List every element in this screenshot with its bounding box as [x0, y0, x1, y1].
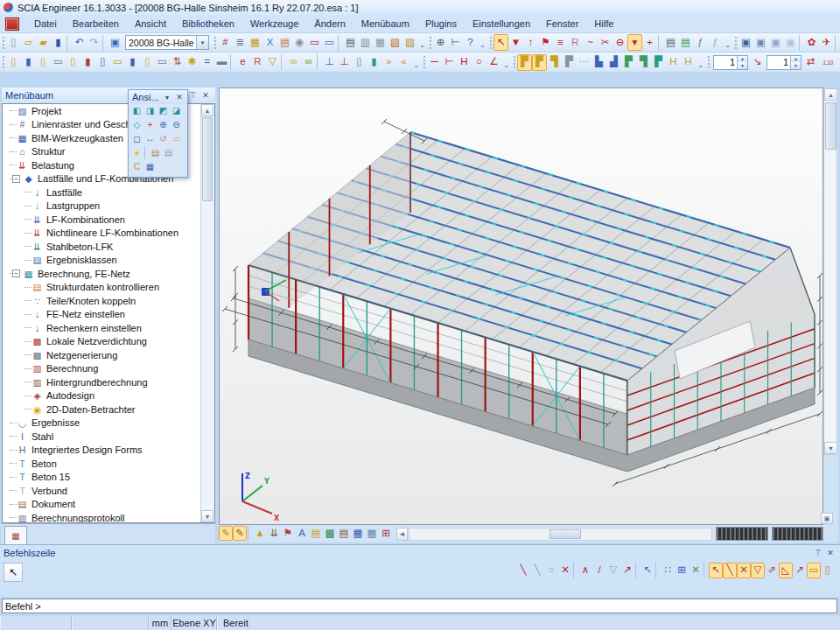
redo-button[interactable]: ↷ — [87, 34, 102, 51]
filter-section-6-button[interactable]: ▟ — [606, 54, 621, 71]
render-toggle-button[interactable]: ✎ — [233, 526, 247, 541]
tree-item[interactable]: ◉2D-Daten-Betrachter — [3, 402, 214, 416]
scroll-thumb[interactable] — [550, 529, 581, 539]
scroll-down-icon[interactable]: ▼ — [201, 510, 214, 522]
tree-item[interactable]: ↓FE-Netz einstellen — [3, 308, 214, 322]
measure-button[interactable]: ⊢ — [448, 34, 463, 51]
import-project-button[interactable]: ▰ — [36, 34, 51, 51]
cross-section-8-button[interactable]: ▯ — [140, 54, 155, 71]
print-button[interactable]: ▤ — [343, 34, 358, 51]
query-info-button[interactable]: ? — [463, 34, 478, 51]
toolbar-grip[interactable] — [488, 35, 493, 51]
filter-section-9-button[interactable]: ▛ — [651, 54, 666, 71]
snap-perpendicular-button[interactable]: ◺ — [779, 563, 793, 578]
tree-item[interactable]: ↓Lastgruppen — [3, 200, 214, 214]
clipboard-button[interactable]: ▤ — [277, 34, 292, 51]
zoom-window-button[interactable]: ◻ — [130, 132, 144, 146]
window-layout-2-button[interactable]: ▣ — [753, 34, 768, 51]
tree-item[interactable]: ▩Netzgenerierung — [3, 348, 214, 362]
select-single-button[interactable]: ↖ — [494, 34, 508, 51]
scroll-down-icon[interactable]: ▼ — [824, 442, 837, 454]
stepper-down-icon[interactable]: ▼ — [791, 62, 801, 69]
tree-scrollbar[interactable]: ▲ ▼ — [200, 104, 214, 522]
coordinate-info-button[interactable]: C — [130, 160, 144, 174]
tree-item[interactable]: ◈Autodesign — [3, 389, 214, 403]
snap-count-button[interactable]: ▯ — [821, 563, 835, 578]
dimension-red-button[interactable]: ⊥ — [337, 54, 352, 71]
member-equal-button[interactable]: = — [200, 54, 214, 71]
toolbar-grip[interactable] — [733, 35, 738, 51]
zoom-all-button[interactable]: ↔ — [144, 132, 157, 146]
cross-section-3-button[interactable]: ▯ — [36, 54, 51, 71]
select-previous-button[interactable]: ▾ — [627, 34, 642, 51]
scroll-thumb[interactable] — [825, 102, 836, 150]
scale-factor-1-stepper[interactable]: 1▲▼ — [713, 55, 748, 70]
draw-circle-button[interactable]: ○ — [472, 54, 486, 71]
chevron-down-icon[interactable]: ▼ — [196, 36, 208, 49]
tree-item[interactable]: ▩Lokale Netzverdichtung — [3, 335, 214, 349]
menu-item[interactable]: Menübaum — [354, 17, 417, 31]
delete-element-button[interactable]: ✕ — [558, 563, 572, 578]
activity-xy-button[interactable]: X — [262, 34, 277, 51]
select-flag-button[interactable]: ⚑ — [538, 34, 553, 51]
link-nodes-button[interactable]: ∞ — [286, 54, 301, 71]
close-icon[interactable]: ✕ — [824, 548, 836, 559]
view-palette-header[interactable]: Ansi... ▼ ✕ — [129, 90, 187, 104]
wireframe-toggle-button[interactable]: ✎ — [219, 526, 233, 541]
select-curve-button[interactable]: R — [568, 34, 583, 51]
filter-section-4-button[interactable]: ▛ — [562, 54, 577, 71]
snap-length-button[interactable]: ▭ — [807, 563, 821, 578]
rotate-step-button[interactable]: « — [396, 54, 411, 71]
copy-member-button[interactable]: ▯ — [352, 54, 367, 71]
toolbar-grip[interactable] — [422, 54, 426, 70]
tree-item[interactable]: ▥Hintergrundberechnung — [3, 375, 214, 389]
view-top-button[interactable]: ◧ — [130, 104, 144, 118]
escape-command-button[interactable]: ✈ — [819, 34, 834, 51]
layers-active-button[interactable]: ▤ — [678, 34, 693, 51]
activity-filter-1-button[interactable]: ƒ — [693, 34, 708, 51]
scale-factor-2-stepper[interactable]: 1▲▼ — [766, 55, 802, 70]
window-layout-3-button[interactable]: ▣ — [768, 34, 783, 51]
move-step-button[interactable]: » — [382, 54, 396, 71]
tree-item[interactable]: ⇊LF-Kombinationen — [3, 213, 214, 227]
select-cut-button[interactable]: ✂ — [598, 34, 612, 51]
zoom-out-button[interactable]: ⊖ — [170, 118, 183, 132]
snap-edge-button[interactable]: / — [592, 563, 606, 578]
window-layout-1-button[interactable]: ▣ — [738, 34, 753, 51]
menu-item[interactable]: Bibliotheken — [174, 17, 242, 31]
view-3d-settings-button[interactable]: ▦ — [144, 160, 157, 174]
document-window-icon[interactable] — [5, 18, 19, 31]
scroll-left-icon[interactable]: ◄ — [396, 528, 408, 541]
collapse-icon[interactable]: − — [12, 270, 20, 277]
select-related-button[interactable]: R — [250, 54, 265, 71]
zoom-selection-button[interactable]: ⊕ — [433, 34, 448, 51]
cross-section-2-button[interactable]: ▮ — [21, 54, 36, 71]
menu-item[interactable]: Fenster — [538, 17, 586, 31]
draw-line-2-button[interactable]: ╲ — [530, 563, 544, 578]
stepper-up-icon[interactable]: ▲ — [738, 56, 747, 63]
tree-item[interactable]: ▥Berechnung — [3, 362, 214, 376]
dot-grid-toggle-button[interactable]: ∷ — [661, 563, 675, 578]
filter-h-1-button[interactable]: H — [666, 54, 681, 71]
scroll-up-icon[interactable]: ▲ — [824, 88, 837, 101]
menu-item[interactable]: Einstellungen — [465, 17, 538, 31]
cross-section-7-button[interactable]: ▭ — [110, 54, 125, 71]
view-axonometric-button[interactable]: ◇ — [130, 118, 144, 132]
polygon-select-button[interactable]: ▽ — [265, 54, 280, 71]
zoom-previous-button[interactable]: ↺ — [157, 132, 170, 146]
animation-bar-1[interactable] — [716, 527, 767, 541]
load-display-button[interactable]: ⇊ — [267, 526, 281, 541]
draw-line-button[interactable]: ─ — [427, 54, 442, 71]
filter-dots-button[interactable]: ⋯ — [577, 54, 592, 71]
menu-item[interactable]: Plugins — [417, 17, 465, 31]
tree-item[interactable]: TVerbund — [3, 484, 214, 498]
results-checker-button[interactable]: ▩ — [323, 526, 337, 541]
tree-item[interactable]: ▤Dokument — [3, 498, 214, 512]
viewport-hscrollbar[interactable] — [409, 528, 713, 541]
pin-icon[interactable]: ⊤ — [812, 548, 824, 559]
tree-item[interactable]: IStahl — [3, 430, 214, 444]
toolbar-grip[interactable] — [1, 35, 5, 51]
menu-item[interactable]: Datei — [26, 17, 65, 31]
filter-section-2-button[interactable]: ▛ — [532, 54, 547, 71]
overflow-filter-chevron-icon[interactable]: ⌄ — [696, 54, 705, 71]
